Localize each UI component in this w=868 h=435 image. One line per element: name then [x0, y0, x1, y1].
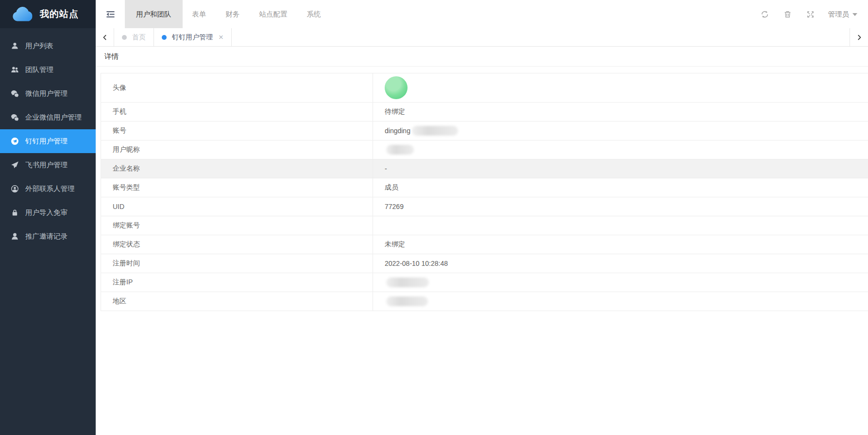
sidebar-item-label: 推广邀请记录 [25, 232, 68, 241]
sidebar-item-label: 钉钉用户管理 [25, 137, 68, 146]
page-tab-label: 钉钉用户管理 [172, 33, 213, 42]
lock-icon [10, 209, 19, 217]
sidebar-item[interactable]: 钉钉用户管理 [0, 129, 96, 153]
row-value-text: - [385, 165, 387, 173]
detail-table: 头像 手机 待绑定 [101, 73, 868, 311]
row-value-text: 待绑定 [385, 107, 405, 116]
invite-icon [10, 232, 19, 241]
sidebar-item[interactable]: 用户列表 [0, 34, 96, 58]
trash-icon[interactable] [783, 10, 792, 18]
topnav-tab[interactable]: 表单 [183, 0, 216, 28]
row-value-text: dingding [385, 127, 410, 135]
sidebar-item-label: 微信用户管理 [25, 89, 68, 98]
row-value: dingding [373, 122, 868, 140]
sidebar-item-label: 团队管理 [25, 65, 53, 74]
row-value-text: 77269 [385, 203, 404, 210]
topbar: 用户和团队 表单 财务 站点配置 系统 [96, 0, 868, 28]
row-value [373, 273, 868, 292]
table-row: UID 77269 [101, 197, 868, 216]
row-label: 头像 [101, 73, 373, 102]
table-row: 绑定账号 [101, 216, 868, 235]
sidebar-item-label: 用户导入免审 [25, 208, 68, 217]
avatar [385, 76, 408, 99]
wechat-icon [10, 89, 19, 98]
page-tab[interactable]: 首页 × [114, 28, 154, 46]
redacted-blur [412, 126, 458, 136]
row-value: - [373, 159, 868, 178]
table-row: 注册时间 2022-08-10 10:28:48 [101, 254, 868, 273]
caret-down-icon [852, 13, 857, 16]
row-value: 待绑定 [373, 103, 868, 121]
contacts-icon [10, 185, 19, 193]
user-menu-label: 管理员 [828, 10, 850, 19]
redacted-blur [386, 145, 414, 155]
row-value-text: 2022-08-10 10:28:48 [385, 260, 448, 267]
row-label: 用户昵称 [101, 140, 373, 159]
sidebar: 我的站点 用户列表 团队管理 微信用户管理 [0, 0, 96, 435]
topnav-tab[interactable]: 财务 [216, 0, 250, 28]
sidebar-item[interactable]: 推广邀请记录 [0, 225, 96, 248]
page-title: 详情 [96, 47, 868, 67]
sidebar-item[interactable]: 微信用户管理 [0, 82, 96, 105]
table-row: 地区 [101, 292, 868, 311]
user-icon [10, 42, 19, 51]
topnav-tab[interactable]: 站点配置 [250, 0, 297, 28]
row-value-text: 未绑定 [385, 240, 405, 249]
row-label: 绑定状态 [101, 235, 373, 254]
cloud-logo-icon [12, 6, 34, 22]
row-label: 企业名称 [101, 159, 373, 178]
table-row: 用户昵称 [101, 140, 868, 159]
table-row: 账号 dingding [101, 122, 868, 140]
sidebar-item[interactable]: 团队管理 [0, 58, 96, 82]
redacted-blur [386, 278, 429, 287]
sidebar-item[interactable]: 企业微信用户管理 [0, 105, 96, 129]
collapse-sidebar-icon[interactable] [96, 0, 125, 28]
user-menu[interactable]: 管理员 [828, 10, 858, 19]
team-icon [10, 66, 19, 74]
page-tab-label: 首页 [132, 33, 146, 42]
tab-close-icon[interactable]: × [219, 33, 223, 41]
row-label: 手机 [101, 103, 373, 121]
row-label: 注册时间 [101, 254, 373, 273]
sidebar-item-label: 企业微信用户管理 [25, 113, 82, 122]
tab-dot-icon [122, 35, 127, 40]
feishu-icon [10, 161, 19, 170]
table-row: 头像 [101, 73, 868, 103]
topnav-tab[interactable]: 系统 [297, 0, 331, 28]
tabs-scroll-right-icon[interactable] [850, 28, 868, 46]
page-tab[interactable]: 钉钉用户管理 × [154, 28, 232, 46]
row-value: 成员 [373, 178, 868, 197]
sidebar-item[interactable]: 飞书用户管理 [0, 153, 96, 177]
sidebar-item[interactable]: 外部联系人管理 [0, 177, 96, 201]
row-value [373, 292, 868, 311]
row-value: 77269 [373, 197, 868, 216]
redacted-blur [386, 296, 428, 306]
site-logo[interactable]: 我的站点 [0, 0, 96, 28]
row-label: 绑定账号 [101, 216, 373, 235]
tabs-scroll-left-icon[interactable] [96, 28, 114, 46]
row-value [373, 216, 868, 235]
table-row: 注册IP [101, 273, 868, 292]
table-row: 绑定状态 未绑定 [101, 235, 868, 254]
row-label: 账号 [101, 122, 373, 140]
row-value: 未绑定 [373, 235, 868, 254]
refresh-icon[interactable] [761, 10, 769, 18]
topbar-tools: 管理员 [746, 0, 868, 28]
row-label: 注册IP [101, 273, 373, 292]
table-row: 手机 待绑定 [101, 103, 868, 122]
app-root: 我的站点 用户列表 团队管理 微信用户管理 [0, 0, 868, 435]
tabbar-spacer [232, 28, 850, 46]
content: 详情 头像 手机 [96, 47, 868, 435]
site-name: 我的站点 [40, 8, 79, 20]
topnav-tab[interactable]: 用户和团队 [125, 0, 183, 28]
row-label: 地区 [101, 292, 373, 311]
row-label: 账号类型 [101, 178, 373, 197]
fullscreen-icon[interactable] [806, 10, 815, 18]
row-value [373, 140, 868, 159]
row-value: 2022-08-10 10:28:48 [373, 254, 868, 273]
row-value [373, 73, 868, 102]
sidebar-item[interactable]: 用户导入免审 [0, 201, 96, 225]
sidebar-menu: 用户列表 团队管理 微信用户管理 企业微信用户管理 [0, 28, 96, 248]
tab-dot-icon [162, 35, 167, 40]
row-value-text: 成员 [385, 183, 398, 192]
